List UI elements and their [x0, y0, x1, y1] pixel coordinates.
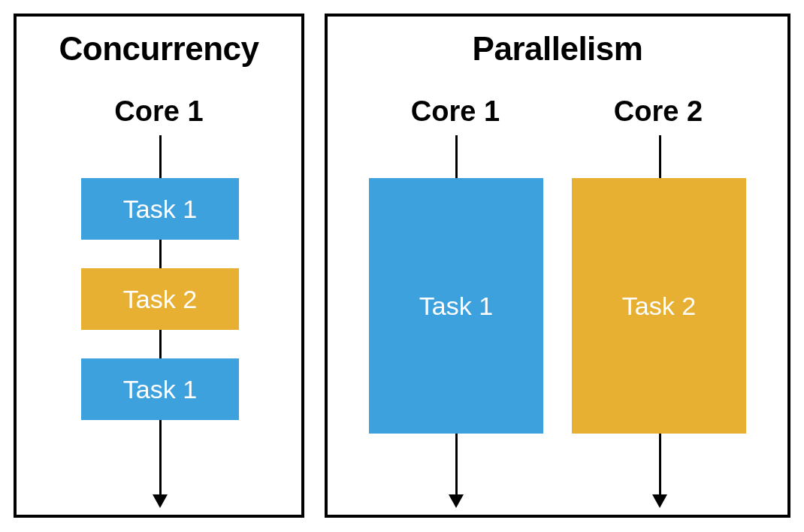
concurrency-task-1a: Task 1 [81, 178, 239, 240]
parallelism-title: Parallelism [328, 30, 787, 68]
parallelism-task-2: Task 2 [572, 178, 746, 434]
parallelism-arrow1-icon [449, 494, 464, 508]
concurrency-task-1b: Task 1 [81, 358, 239, 420]
concurrency-task-2: Task 2 [81, 268, 239, 330]
concurrency-arrow-icon [153, 494, 168, 508]
concurrency-core-label: Core 1 [17, 95, 301, 128]
parallelism-core2-label: Core 2 [583, 95, 733, 128]
concurrency-panel: Concurrency Core 1 Task 1 Task 2 Task 1 [14, 14, 304, 518]
parallelism-core1-label: Core 1 [380, 95, 530, 128]
parallelism-task-1: Task 1 [369, 178, 543, 434]
parallelism-arrow2-icon [652, 494, 667, 508]
parallelism-panel: Parallelism Core 1 Core 2 Task 1 Task 2 [325, 14, 790, 518]
concurrency-title: Concurrency [17, 30, 301, 68]
